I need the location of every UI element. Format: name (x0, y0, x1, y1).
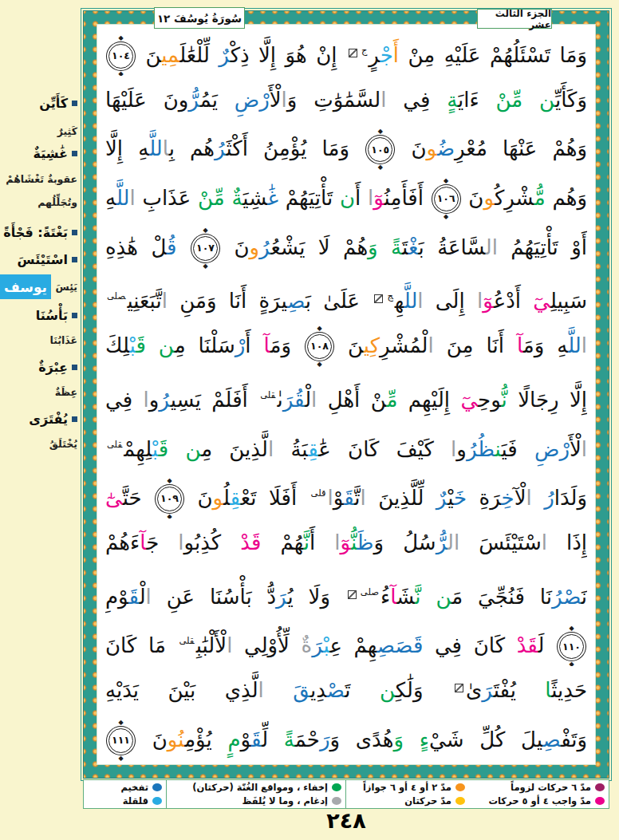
text-segment: كِي (364, 333, 380, 357)
margin-gloss: عَذَابُنَا (49, 334, 77, 346)
text-segment: ءُ (380, 585, 390, 609)
text-segment: حَتَّ (123, 486, 154, 510)
text-segment (146, 333, 159, 357)
text-segment: ا (582, 333, 587, 357)
text-segment: وَمَ (270, 333, 304, 357)
margin-text: بَأْسُنَا (36, 308, 68, 323)
text-segment: بَةُ (274, 437, 308, 461)
tajweed-legend: مدّ ٦ حركات لزوماًمدّ ٢ أو ٤ أو ٦ جوازاً… (83, 779, 609, 809)
text-segment: ىٰٓ (105, 486, 123, 510)
text-segment: بْ (152, 437, 159, 461)
text-segment: نَّ (415, 585, 420, 609)
legend-column: مدّ ٦ حركات لزوماًمدّ ٢ أو ٤ أو ٦ جوازاً… (346, 780, 609, 808)
text-segment: ضُ (437, 136, 455, 160)
text-segment: صِ (287, 289, 306, 313)
text-segment: ا (163, 136, 169, 160)
text-segment: دِي (310, 678, 327, 702)
margin-text: يُخْتَلَقُ (49, 438, 77, 450)
text-segment: ةً (391, 235, 402, 259)
text-segment: لَ (538, 633, 556, 657)
text-segment: يَمُ (200, 88, 235, 112)
text-segment: آ (390, 585, 396, 609)
margin-gloss: يَئِسَ (56, 281, 77, 293)
quran-line: وَهُمْ عَنْهَا مُعْرِضُونَ ١٠٥ وَمَا يُؤ… (105, 124, 587, 174)
text-segment: نْ أَهْلِ (317, 388, 386, 412)
text-segment: وٓ (373, 186, 384, 210)
margin-text: كَأَيِّن (39, 96, 68, 111)
text-segment: حْمَ (295, 728, 320, 751)
text-segment: شَ (396, 585, 415, 609)
legend-color-dot-icon (595, 783, 605, 791)
margin-text: كَثِيرٌ (57, 125, 77, 137)
text-segment: إِلَّا رِجَالً (518, 388, 587, 412)
text-segment: رَ (283, 388, 294, 412)
margin-text: اسْتَيْئَسَ (18, 252, 68, 267)
text-segment: وَتَفْ (561, 728, 587, 751)
text-segment: يُفْتَ (494, 678, 546, 702)
bullet-square-icon (72, 101, 77, 106)
text-segment (532, 486, 544, 510)
text-segment: قَ (344, 486, 354, 510)
verse-number-medallion: ١٠٩ (157, 487, 182, 511)
text-segment: ن (380, 678, 396, 702)
quran-line: وَمَا تَسْئَلُهُمْ عَلَيْهِ مِنْ أَجْرٍج… (105, 26, 587, 76)
text-segment: نَ (462, 186, 484, 210)
text-segment: ةً (284, 728, 295, 751)
quran-line: وَلَدَارُ الْآخِرَةِ خَيْرٌ لِّلَّذِينَ … (105, 469, 587, 519)
text-segment: رُ (467, 437, 478, 461)
text-segment: أَفَأَمِنُ (384, 186, 431, 210)
legend-row: إدغام ، وما لا يُلفَظ (171, 795, 341, 808)
page-number: ٢٤٨ (83, 808, 609, 833)
text-segment: هِ (395, 289, 404, 313)
text-segment: صْ (563, 585, 582, 609)
legend-color-dot-icon (152, 783, 162, 791)
text-segment: و (456, 437, 467, 461)
text-segment: وَهُم (546, 186, 587, 210)
margin-text: عِظَةٌ (55, 386, 77, 398)
text-segment: رٌ (219, 43, 230, 67)
text-segment: ظُ (478, 437, 495, 461)
text-segment: قُ (294, 388, 305, 412)
text-segment: سُلُ وَ (374, 530, 436, 554)
text-segment: ءَايَ (458, 88, 495, 112)
text-segment: رٌ (436, 486, 447, 510)
text-segment: قَ (129, 585, 140, 609)
text-segment: وحِ (478, 388, 502, 412)
text-segment: رُ (552, 585, 563, 609)
text-segment: هِ إِلَّا (105, 136, 149, 160)
text-segment: وَكَأَيِّ (555, 88, 587, 112)
waqf-mark: ج (387, 290, 392, 302)
text-segment: أَ (245, 333, 263, 357)
text-segment: مِّ (386, 388, 397, 412)
text-segment: ءَهُمْ (105, 530, 140, 554)
text-segment: شْرِكُ (495, 186, 534, 210)
waqf-mark: قلى (179, 635, 194, 646)
text-segment: ن (436, 585, 452, 609)
margin-word: بَغْتَةً: فَجْأَةً (3, 225, 77, 240)
margin-text: غَٰشِيَةٌ (34, 146, 68, 161)
text-segment: لْأَ (270, 88, 282, 112)
text-segment: وَمَا تَسْئَلُهُمْ عَلَيْهِ مِنْ (399, 43, 587, 67)
text-segment: ن (340, 186, 355, 210)
text-segment: ا (258, 678, 264, 702)
margin-text: وتُجَلِّلُهم (37, 196, 77, 208)
bullet-square-icon (72, 257, 77, 262)
text-segment: ةٌ (231, 186, 242, 210)
margin-word: كَأَيِّن (39, 96, 77, 111)
surah-side-tab[interactable]: يوسف (0, 274, 51, 299)
quran-line: وَتَفْصِيلَ كُلِّ شَيْءٍ وَهُدًى وَرَحْم… (105, 716, 587, 765)
legend-label: إخفاء ، ومواقع الغُنّة (حركتان) (192, 782, 328, 793)
margin-text: يُفْتَرَى (29, 412, 68, 427)
text-segment: قَ (413, 633, 423, 657)
text-segment: رُ (215, 136, 226, 160)
text-segment: جَ (146, 530, 178, 554)
margin-word: عِبْرَةٌ (38, 360, 77, 375)
text-segment: كَيْفَ كَانَ عَٰ (318, 437, 451, 461)
text-segment: صِ (377, 633, 396, 657)
text-segment: سَبِيلِ (550, 289, 587, 313)
text-segment: قُ (167, 235, 176, 259)
text-segment: ةٌ (302, 633, 313, 657)
legend-item: تفخيم (120, 782, 162, 793)
text-segment (177, 235, 190, 259)
verse-number-medallion: ١١١ (108, 728, 133, 753)
